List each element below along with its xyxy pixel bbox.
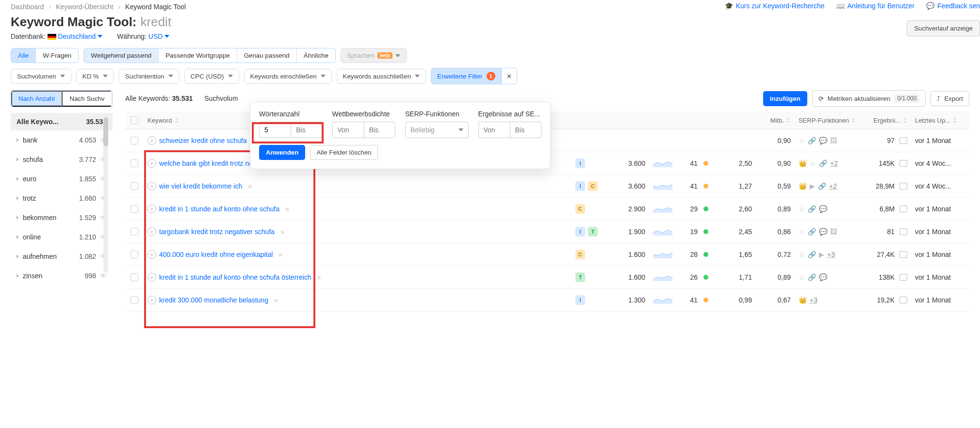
keyword-link[interactable]: kredit 300.000 monatliche belastung [159,296,268,304]
filter-include[interactable]: Keywords einschließen [244,69,332,84]
add-keyword-icon[interactable]: + [147,159,156,168]
row-checkbox[interactable] [131,159,138,167]
link-course[interactable]: 🎓Kurs zur Keyword-Recherche [725,2,825,10]
advanced-filters-close[interactable]: ✕ [502,68,517,84]
add-keyword-icon[interactable]: + [147,250,156,259]
languages-button[interactable]: Sprachen beta [341,48,407,63]
add-keyword-icon[interactable]: + [147,182,156,190]
sidebar-item[interactable]: bank 4.053 👁 [11,130,113,150]
apply-filters-button[interactable]: Anwenden [259,145,305,160]
tab-broad[interactable]: Weitgehend passend [84,48,159,63]
sidebar-tab-by-count[interactable]: Nach Anzahl [11,91,62,107]
keyword-link[interactable]: schweizer kredit ohne schufa [159,137,247,144]
add-to-list-button[interactable]: inzufügen [763,91,807,106]
col-results[interactable]: Ergebni... [863,111,911,129]
cell-results: 138K [863,273,911,281]
popup-label-comp: Wettbewerbsdichte [332,110,396,118]
add-keyword-icon[interactable]: + [147,205,156,213]
keyword-link[interactable]: wie viel kredit bekomme ich [159,182,242,190]
keyword-link[interactable]: kredit in 1 stunde auf konto ohne schufa [159,205,279,213]
row-checkbox[interactable] [131,182,138,190]
chevrons-right-icon[interactable]: » [278,251,282,258]
serp-snapshot-icon[interactable] [899,183,907,190]
sidebar-item[interactable]: online 1.210 👁 [11,227,113,247]
kd-dot-icon [703,229,708,234]
cell-updated: vor 1 Monat [911,251,969,258]
breadcrumb-dashboard[interactable]: Dashboard [11,3,44,11]
serp-more[interactable]: +2 [829,182,837,190]
serp-snapshot-icon[interactable] [899,206,907,212]
tab-exact[interactable]: Genau passend [237,48,297,63]
tab-related[interactable]: Ähnliche [297,48,335,63]
eye-icon[interactable]: 👁 [100,272,107,280]
filter-intent[interactable]: Suchintention [119,69,180,84]
serp-snapshot-icon[interactable] [899,228,907,235]
words-from-input[interactable] [259,122,291,138]
refresh-metrics-button[interactable]: ⟳ Metriken aktualisieren 0/1.000 [812,90,926,107]
tab-questions[interactable]: W-Fragen [36,48,78,63]
row-checkbox[interactable] [131,273,138,281]
add-keyword-icon[interactable]: + [147,273,156,282]
comp-from-input[interactable] [332,122,364,138]
sidebar-scrollbar[interactable] [103,117,108,272]
chevrons-right-icon[interactable]: » [285,205,289,213]
keyword-link[interactable]: targobank kredit trotz negativer schufa [159,228,275,236]
filter-kd[interactable]: KD % [76,69,114,84]
sidebar-item[interactable]: zinsen 998 👁 [11,266,113,285]
sidebar-item[interactable]: schufa 3.772 👁 [11,150,113,169]
serp-more[interactable]: +3 [810,296,817,304]
row-checkbox[interactable] [131,296,138,304]
sidebar-item[interactable]: bekommen 1.529 👁 [11,208,113,227]
row-checkbox[interactable] [131,251,138,258]
row-checkbox[interactable] [131,228,138,236]
clear-filters-button[interactable]: Alle Felder löschen [310,145,377,160]
tab-all[interactable]: Alle [11,48,36,63]
history-button[interactable]: Suchverlauf anzeige [907,20,980,36]
advanced-filters-button[interactable]: Erweiterte Filter 1 [431,68,501,84]
results-to-input[interactable] [510,122,541,138]
col-competition[interactable]: Mitb. [756,111,795,129]
add-keyword-icon[interactable]: + [147,296,156,304]
link-feedback[interactable]: 💬Feedback sen [926,2,980,10]
currency-select[interactable]: USD [148,32,170,40]
select-all-checkbox[interactable] [131,116,138,124]
chevrons-right-icon[interactable]: » [280,228,284,236]
cell-kd: 28 [678,251,712,258]
serp-features: ☆🔗💬🖼 [799,137,837,144]
filter-cpc[interactable]: CPC (USD) [184,69,239,84]
chevrons-right-icon[interactable]: » [274,296,278,304]
serp-more[interactable]: +2 [830,159,838,167]
results-from-input[interactable] [478,122,510,138]
words-to-input[interactable] [291,122,322,138]
sidebar-tab-by-volume[interactable]: Nach Suchv [62,91,112,107]
export-button[interactable]: ⤴ Export [931,91,969,106]
add-keyword-icon[interactable]: + [147,136,156,145]
serp-features-select[interactable]: Beliebig [405,122,469,138]
serp-snapshot-icon[interactable] [899,251,907,258]
sidebar-item[interactable]: trotz 1.660 👁 [11,189,113,208]
chevrons-right-icon[interactable]: » [317,273,321,281]
col-serp[interactable]: SERP-Funktionen [795,111,863,129]
serp-snapshot-icon[interactable] [899,137,907,144]
filter-exclude[interactable]: Keywords ausschließen [337,69,426,84]
add-keyword-icon[interactable]: + [147,227,156,236]
row-checkbox[interactable] [131,205,138,213]
tab-phrase[interactable]: Passende Wortgruppe [159,48,237,63]
keyword-link[interactable]: 400.000 euro kredit ohne eigenkapital [159,251,273,258]
link-guide[interactable]: 📖Anleitung für Benutzer [836,2,915,10]
filter-volume[interactable]: Suchvolumen [11,69,71,84]
row-checkbox[interactable] [131,137,138,144]
serp-more[interactable]: +3 [827,251,835,258]
sidebar-header[interactable]: Alle Keywo... 35.531 [11,113,113,130]
col-updated[interactable]: Letztes Up... [911,111,969,129]
breadcrumb-overview[interactable]: Keyword-Übersicht [56,3,113,11]
chevrons-right-icon[interactable]: » [248,182,252,190]
comp-to-input[interactable] [364,122,395,138]
sidebar-item[interactable]: euro 1.855 👁 [11,169,113,189]
serp-snapshot-icon[interactable] [899,297,907,303]
keyword-link[interactable]: kredit in 1 stunde auf konto ohne schufa… [159,273,311,281]
serp-snapshot-icon[interactable] [899,274,907,281]
serp-snapshot-icon[interactable] [899,160,907,167]
sidebar-item[interactable]: aufnehmen 1.082 👁 [11,247,113,266]
database-select[interactable]: Deutschland [58,32,102,40]
